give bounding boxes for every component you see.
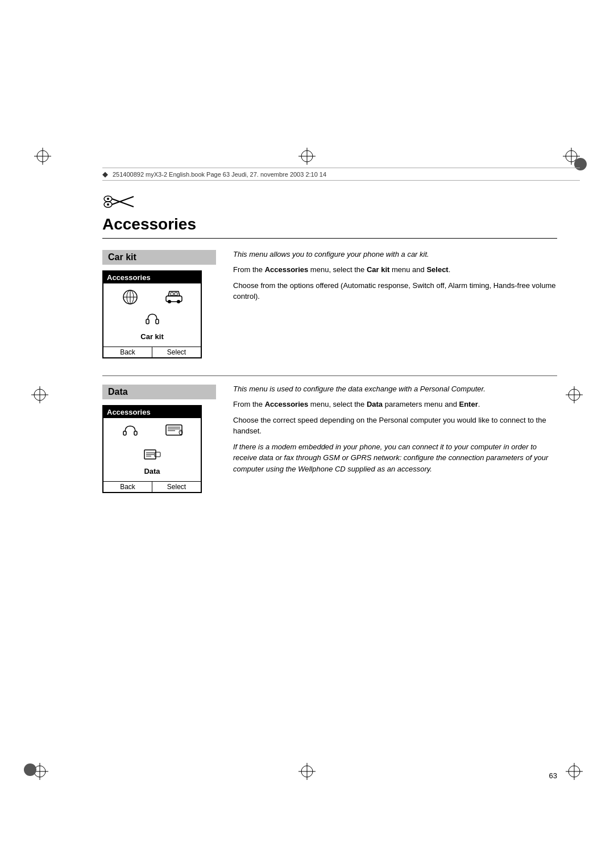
- data-text3: If there is a modem embedded in your pho…: [233, 441, 557, 475]
- car-kit-heading: Car kit: [102, 250, 216, 265]
- svg-rect-39: [175, 293, 177, 295]
- svg-rect-38: [171, 293, 173, 295]
- data-back-btn[interactable]: Back: [103, 482, 152, 492]
- main-content: Accessories Car kit Accessories: [102, 193, 557, 754]
- reg-mark-bottom-right: [566, 763, 583, 780]
- svg-marker-35: [168, 291, 180, 296]
- car-kit-phone-body: Car kit: [103, 283, 201, 347]
- reg-mark-top-left: [34, 148, 51, 165]
- svg-point-28: [107, 198, 109, 200]
- svg-rect-42: [123, 431, 126, 435]
- data-phone-body: Data: [103, 418, 201, 481]
- car-kit-phone-buttons: Back Select: [103, 347, 201, 357]
- data-section-left: Data Accessories: [102, 385, 216, 493]
- data-text2: Choose the correct speed depending on th…: [233, 415, 557, 437]
- data-icon-fax: [142, 444, 163, 465]
- car-kit-icon-3: [142, 310, 163, 330]
- page-number: 63: [549, 771, 557, 780]
- section-divider: [102, 375, 557, 376]
- reg-mark-mid-left: [31, 386, 48, 403]
- car-kit-section: Car kit Accessories: [102, 250, 557, 358]
- car-kit-icons-row-2: [108, 310, 196, 330]
- blob-mark-bottom-left: [24, 763, 36, 776]
- data-section-right: This menu is used to configure the data …: [233, 385, 557, 479]
- car-kit-icon-1: [120, 287, 140, 307]
- data-phone-buttons: Back Select: [103, 481, 201, 492]
- car-kit-right: This menu allows you to configure your p…: [233, 250, 557, 307]
- car-kit-italic: This menu allows you to configure your p…: [233, 250, 557, 258]
- car-kit-left: Car kit Accessories: [102, 250, 216, 358]
- file-info-bar: ◆ 251400892 myX3-2 English.book Page 63 …: [102, 168, 580, 181]
- data-icon-computer: [164, 422, 184, 442]
- svg-point-37: [177, 300, 180, 303]
- svg-rect-40: [146, 319, 149, 324]
- car-kit-icons-row: [108, 287, 196, 307]
- data-icons-row: [108, 422, 196, 442]
- car-kit-phone-widget: Accessories: [102, 270, 202, 358]
- data-italic: This menu is used to configure the data …: [233, 385, 557, 393]
- reg-mark-mid-right: [566, 386, 583, 403]
- page-container: ◆ 251400892 myX3-2 English.book Page 63 …: [0, 0, 614, 868]
- data-phone-label: Data: [144, 467, 160, 475]
- data-select-btn[interactable]: Select: [152, 482, 201, 492]
- car-kit-phone-title: Accessories: [103, 272, 201, 283]
- data-phone-title: Accessories: [103, 406, 201, 418]
- data-text1: From the Accessories menu, select the Da…: [233, 399, 557, 410]
- car-kit-text2: Choose from the options offered (Automat…: [233, 280, 557, 302]
- file-info-text: 251400892 myX3-2 English.book Page 63 Je…: [113, 171, 326, 178]
- data-section: Data Accessories: [102, 385, 557, 493]
- reg-mark-top-center: [298, 148, 316, 165]
- svg-rect-41: [156, 319, 159, 324]
- car-kit-text1: From the Accessories menu, select the Ca…: [233, 264, 557, 276]
- svg-point-29: [107, 203, 109, 206]
- data-icons-row-2: [108, 444, 196, 465]
- data-heading: Data: [102, 385, 216, 399]
- data-phone-widget: Accessories: [102, 405, 202, 493]
- car-kit-back-btn[interactable]: Back: [103, 347, 152, 357]
- data-icon-headset: [120, 422, 140, 442]
- diamond-icon: ◆: [102, 170, 108, 178]
- car-kit-icon-2: [164, 287, 184, 307]
- svg-rect-43: [134, 431, 137, 435]
- reg-mark-bottom-center: [298, 763, 316, 780]
- page-title: Accessories: [102, 215, 557, 239]
- car-kit-phone-label: Car kit: [140, 332, 163, 341]
- scissors-icon: [102, 193, 136, 212]
- svg-point-36: [168, 300, 171, 303]
- car-kit-select-btn[interactable]: Select: [152, 347, 201, 357]
